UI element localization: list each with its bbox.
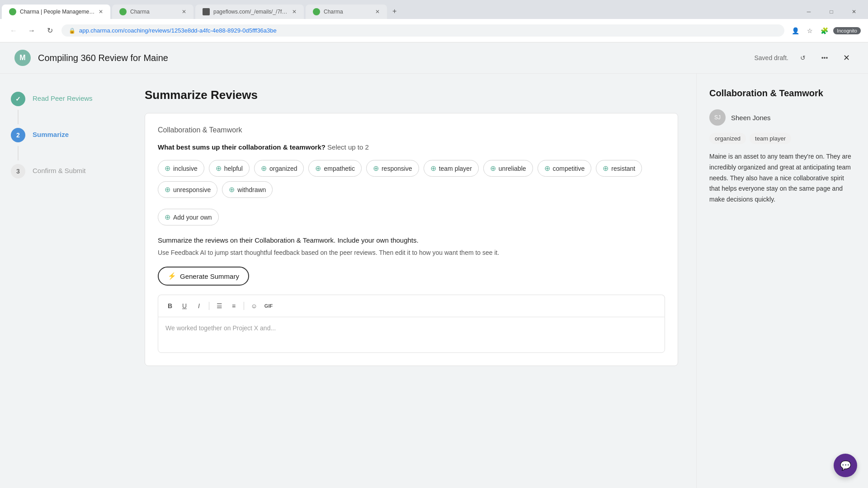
tag-add-icon: ⊕ (430, 164, 436, 173)
right-panel: Collaboration & Teamwork SJ Sheen Jones … (696, 74, 868, 488)
bold-button[interactable]: B (164, 300, 176, 312)
tag-add-icon: ⊕ (490, 164, 496, 173)
maximize-button[interactable]: □ (821, 5, 842, 19)
app-logo: M (14, 50, 31, 66)
step2-label: Summarize (33, 128, 69, 138)
emoji-button[interactable]: ☺ (248, 300, 260, 312)
header-close-button[interactable]: ✕ (839, 51, 854, 65)
app-header: M Compiling 360 Review for Maine Saved d… (0, 42, 868, 74)
tag-helpful[interactable]: ⊕ helpful (209, 160, 250, 177)
tag-add-icon: ⊕ (229, 185, 235, 194)
add-own-label: Add your own (173, 214, 212, 221)
reviewer-name: Sheen Jones (731, 114, 771, 122)
tag-add-icon: ⊕ (544, 164, 550, 173)
main-layout: ✓ Read Peer Reviews 2 Summarize 3 Confir… (0, 74, 868, 488)
tab-3-close[interactable]: ✕ (292, 9, 297, 15)
url-bar[interactable]: 🔒 app.charma.com/coaching/reviews/1253e8… (61, 24, 784, 37)
close-button[interactable]: ✕ (844, 5, 864, 19)
tag-withdrawn[interactable]: ⊕ withdrawn (222, 181, 273, 198)
numbered-list-button[interactable]: ≡ (227, 300, 240, 312)
tag-empathetic[interactable]: ⊕ empathetic (308, 160, 361, 177)
browser-icons: 👤 ☆ 🧩 Incognito (790, 25, 861, 36)
review-card: Collaboration & Teamwork What best sums … (145, 113, 678, 366)
extensions-icon[interactable]: 🧩 (819, 25, 830, 36)
tag-add-icon: ⊕ (315, 164, 321, 173)
bullet-list-button[interactable]: ☰ (213, 300, 226, 312)
sidebar-item-read-peer-reviews[interactable]: ✓ Read Peer Reviews (11, 88, 116, 110)
tab-bar: Charma | People Management ... ✕ Charma … (0, 0, 868, 19)
tab-4-title: Charma (324, 9, 372, 15)
tab-1[interactable]: Charma | People Management ... ✕ (2, 5, 110, 19)
step1-label: Read Peer Reviews (33, 92, 93, 102)
italic-button[interactable]: I (193, 300, 205, 312)
tag-organized[interactable]: ⊕ organized (254, 160, 304, 177)
tab-2[interactable]: Charma ✕ (112, 5, 193, 19)
tab-4-close[interactable]: ✕ (375, 9, 380, 15)
tag-label: empathetic (324, 165, 354, 172)
reload-button[interactable]: ↻ (43, 24, 56, 37)
editor-toolbar: B U I ☰ ≡ ☺ GIF (158, 295, 665, 317)
minimize-button[interactable]: ─ (798, 5, 819, 19)
step3-label: Confirm & Submit (33, 164, 86, 174)
reviewer-avatar: SJ (709, 109, 726, 126)
gif-button[interactable]: GIF (262, 300, 275, 312)
back-button[interactable]: ← (7, 24, 20, 37)
new-tab-button[interactable]: + (387, 4, 402, 19)
tab-2-title: Charma (130, 9, 178, 15)
underline-button[interactable]: U (178, 300, 191, 312)
forward-button[interactable]: → (25, 24, 38, 37)
tag-unreliable[interactable]: ⊕ unreliable (483, 160, 533, 177)
tag-resistant[interactable]: ⊕ resistant (596, 160, 642, 177)
generate-summary-button[interactable]: ⚡ Generate Summary (158, 267, 249, 286)
generate-label: Generate Summary (180, 272, 239, 280)
question-bold: What best sums up their collaboration & … (158, 143, 326, 151)
editor-area[interactable]: We worked together on Project X and... (158, 317, 665, 353)
tab-1-close[interactable]: ✕ (99, 9, 103, 15)
more-options-button[interactable]: ••• (817, 51, 832, 65)
sidebar-item-summarize[interactable]: 2 Summarize (11, 124, 116, 146)
select-note: Select up to 2 (327, 143, 369, 151)
tab-3-favicon (203, 8, 210, 15)
step1-indicator: ✓ (11, 92, 25, 106)
tag-label: resistant (611, 165, 635, 172)
sidebar: ✓ Read Peer Reviews 2 Summarize 3 Confir… (0, 74, 127, 488)
reviewer-initials: SJ (714, 114, 721, 121)
tag-inclusive[interactable]: ⊕ inclusive (158, 160, 204, 177)
chat-icon: 💬 (840, 460, 851, 471)
tab-4[interactable]: Charma ✕ (306, 5, 387, 19)
tag-team-player[interactable]: ⊕ team player (424, 160, 479, 177)
url-text: app.charma.com/coaching/reviews/1253e8dd… (79, 27, 777, 34)
star-icon[interactable]: ☆ (804, 25, 815, 36)
tags-section: ⊕ inclusive ⊕ helpful ⊕ organized ⊕ (158, 160, 665, 198)
tag-add-icon: ⊕ (261, 164, 267, 173)
toolbar-divider-1 (209, 302, 209, 310)
question-text: What best sums up their collaboration & … (158, 143, 665, 151)
tab-2-favicon (119, 8, 127, 15)
tag-label: responsive (382, 165, 412, 172)
tag-add-icon: ⊕ (165, 185, 170, 194)
tag-competitive[interactable]: ⊕ competitive (538, 160, 592, 177)
tab-3[interactable]: pageflows.com/_/emails/_/7fb5... ✕ (195, 5, 304, 19)
tag-add-icon: ⊕ (603, 164, 609, 173)
profile-icon[interactable]: 👤 (790, 25, 801, 36)
step-connector-2 (18, 146, 19, 160)
add-your-own-button[interactable]: ⊕ Add your own (158, 209, 219, 225)
tag-responsive[interactable]: ⊕ responsive (366, 160, 419, 177)
page-title: Summarize Reviews (145, 88, 678, 102)
header-actions: Saved draft. ↺ ••• ✕ (755, 51, 854, 65)
app-title: Compiling 360 Review for Maine (38, 53, 747, 63)
tag-unresponsive[interactable]: ⊕ unresponsive (158, 181, 217, 198)
step3-indicator: 3 (11, 164, 25, 178)
tab-2-close[interactable]: ✕ (182, 9, 186, 15)
chat-bubble-button[interactable]: 💬 (834, 454, 857, 477)
sidebar-item-confirm-submit[interactable]: 3 Confirm & Submit (11, 160, 116, 182)
tag-add-icon: ⊕ (373, 164, 379, 173)
tag-label: inclusive (173, 165, 198, 172)
tab-controls: ─ □ ✕ (798, 5, 868, 19)
step2-indicator: 2 (11, 128, 25, 142)
toolbar-divider-2 (244, 302, 244, 310)
tab-4-favicon (313, 8, 320, 15)
tag-label: withdrawn (237, 186, 266, 193)
history-button[interactable]: ↺ (796, 51, 810, 65)
reviewer-review: Maine is an asset to any team they're on… (709, 151, 855, 205)
